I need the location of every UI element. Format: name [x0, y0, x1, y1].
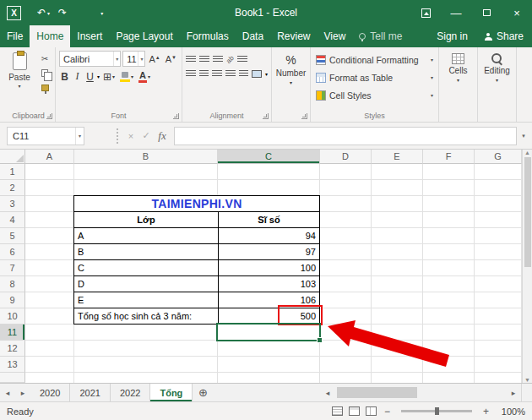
row-header-12[interactable]: 12: [0, 341, 25, 357]
editing-button[interactable]: Editing ▾: [481, 51, 513, 83]
row-header-9[interactable]: 9: [0, 292, 25, 308]
expand-formula-bar-button[interactable]: ▾: [517, 133, 530, 139]
bold-button[interactable]: B: [59, 71, 70, 83]
conditional-formatting-button[interactable]: Conditional Formatting ▾: [314, 51, 435, 68]
zoom-slider[interactable]: [401, 410, 472, 412]
column-header-e[interactable]: E: [372, 150, 423, 164]
font-color-button[interactable]: A▾: [137, 71, 152, 83]
decrease-indent-icon[interactable]: [225, 70, 236, 78]
merge-center-icon[interactable]: [252, 70, 262, 78]
align-top-icon[interactable]: [186, 56, 196, 63]
name-box[interactable]: C11▾: [7, 127, 84, 145]
tab-file[interactable]: File: [0, 25, 30, 47]
class-cell[interactable]: C: [74, 260, 218, 275]
scroll-down-icon[interactable]: ▼: [524, 377, 530, 383]
sign-in-button[interactable]: Sign in: [428, 25, 476, 47]
row-header-6[interactable]: 6: [0, 244, 25, 260]
cut-button[interactable]: ✂: [38, 53, 52, 64]
count-cell[interactable]: 100: [218, 260, 319, 275]
tell-me-box[interactable]: Tell me: [352, 25, 409, 47]
share-button[interactable]: Share: [476, 25, 532, 47]
hscroll-right-icon[interactable]: ▸: [506, 389, 521, 397]
column-header-a[interactable]: A: [25, 150, 74, 164]
customize-qat-button[interactable]: ▾: [98, 10, 106, 16]
borders-button[interactable]: ⊞▾: [101, 71, 117, 83]
align-left-icon[interactable]: [186, 70, 196, 78]
increase-indent-icon[interactable]: [239, 70, 249, 78]
align-middle-icon[interactable]: [199, 56, 209, 63]
italic-button[interactable]: I: [72, 70, 83, 83]
zoom-in-button[interactable]: +: [481, 406, 491, 417]
count-cell[interactable]: 103: [218, 276, 319, 292]
table-header-siso[interactable]: Sĩ số: [218, 212, 319, 227]
paste-button[interactable]: Paste ▾: [5, 51, 34, 93]
align-center-icon[interactable]: [199, 70, 209, 78]
page-layout-view-button[interactable]: [349, 406, 360, 416]
new-sheet-button[interactable]: ⊕: [193, 384, 213, 401]
select-all-corner[interactable]: [0, 150, 25, 164]
redo-button[interactable]: ↷: [56, 7, 69, 19]
underline-button[interactable]: U: [84, 71, 95, 83]
wrap-text-icon[interactable]: [237, 56, 247, 63]
format-as-table-button[interactable]: Format as Table ▾: [314, 68, 435, 86]
sheet-tab-2020[interactable]: 2020: [30, 384, 70, 401]
sheet-nav-left[interactable]: ◂: [0, 384, 15, 401]
font-name-combo[interactable]: Calibri▾: [59, 51, 121, 67]
row-header-11[interactable]: 11: [0, 325, 25, 341]
class-cell[interactable]: E: [74, 292, 218, 308]
undo-button[interactable]: ↶▾: [35, 7, 52, 19]
tab-page-layout[interactable]: Page Layout: [109, 25, 179, 47]
tab-home[interactable]: Home: [30, 25, 70, 47]
close-button[interactable]: ×: [502, 0, 532, 25]
column-header-f[interactable]: F: [423, 150, 475, 164]
vertical-scroll-thumb[interactable]: [524, 157, 531, 267]
enter-button[interactable]: ✓: [138, 130, 154, 141]
minimize-button[interactable]: —: [441, 0, 471, 25]
tab-insert[interactable]: Insert: [70, 25, 109, 47]
row-header-13[interactable]: 13: [0, 357, 25, 373]
row-header-partial[interactable]: [0, 373, 25, 383]
maximize-button[interactable]: [471, 0, 502, 25]
sheet-nav-right[interactable]: ▸: [15, 384, 30, 401]
total-label-cell[interactable]: Tổng số học sinh cả 3 năm:: [74, 308, 218, 324]
row-header-1[interactable]: 1: [0, 164, 25, 180]
class-cell[interactable]: D: [74, 276, 218, 292]
horizontal-scrollbar[interactable]: ◂ ▸: [320, 384, 521, 401]
number-dialog-launcher[interactable]: [301, 113, 307, 119]
format-painter-button[interactable]: [38, 82, 52, 93]
table-header-lop[interactable]: Lớp: [74, 212, 218, 227]
horizontal-scroll-thumb[interactable]: [337, 387, 417, 398]
excel-logo-icon[interactable]: X: [7, 6, 21, 20]
tab-data[interactable]: Data: [236, 25, 270, 47]
align-bottom-icon[interactable]: [213, 56, 223, 63]
row-header-8[interactable]: 8: [0, 276, 25, 292]
row-header-7[interactable]: 7: [0, 260, 25, 276]
alignment-dialog-launcher[interactable]: [263, 113, 269, 119]
sheet-tab-2021[interactable]: 2021: [70, 384, 110, 401]
row-header-3[interactable]: 3: [0, 196, 25, 212]
row-header-2[interactable]: 2: [0, 180, 25, 196]
tab-formulas[interactable]: Formulas: [180, 25, 236, 47]
zoom-level[interactable]: 100%: [497, 406, 525, 417]
column-header-c[interactable]: C: [218, 150, 320, 164]
zoom-slider-thumb[interactable]: [435, 407, 439, 415]
grow-font-button[interactable]: A▲: [147, 54, 161, 64]
cells-area[interactable]: TAIMIENPHI.VN Lớp Sĩ số A 94 B 97 C: [25, 164, 522, 383]
zoom-out-button[interactable]: −: [383, 406, 392, 417]
cancel-button[interactable]: ×: [123, 131, 138, 141]
underline-caret-icon[interactable]: ▾: [97, 74, 100, 79]
count-cell[interactable]: 94: [218, 228, 319, 243]
fill-color-button[interactable]: ▾: [118, 72, 135, 82]
column-header-d[interactable]: D: [320, 150, 372, 164]
formula-input[interactable]: [174, 127, 517, 145]
page-break-view-button[interactable]: [366, 406, 377, 416]
vertical-scrollbar[interactable]: ▲ ▼: [522, 150, 532, 383]
column-header-b[interactable]: B: [74, 150, 218, 164]
ribbon-display-options-button[interactable]: [410, 0, 441, 25]
row-header-4[interactable]: 4: [0, 212, 25, 228]
orientation-icon[interactable]: ab: [225, 54, 236, 65]
hscroll-left-icon[interactable]: ◂: [320, 389, 335, 397]
insert-function-button[interactable]: fx: [154, 129, 171, 143]
row-header-5[interactable]: 5: [0, 228, 25, 244]
number-format-button[interactable]: % Number ▾: [275, 51, 307, 85]
